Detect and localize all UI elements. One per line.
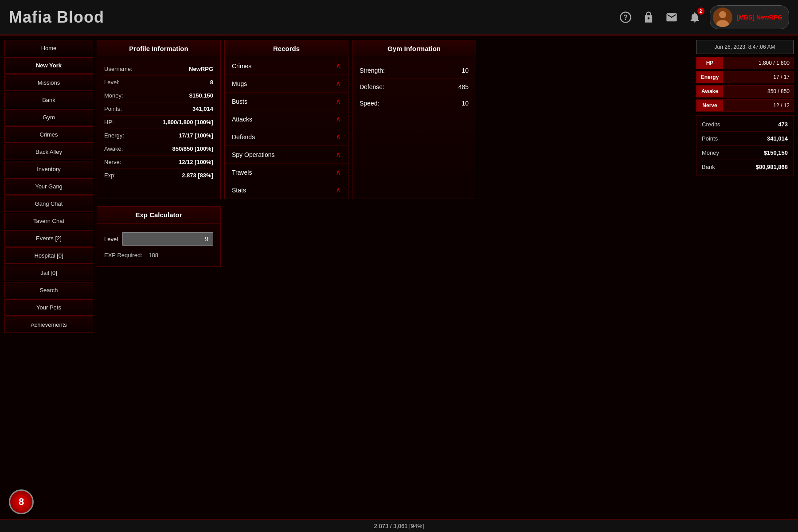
sidebar-item-tavernchat[interactable]: Tavern Chat [4, 213, 93, 229]
record-travels[interactable]: Travels ∧ [225, 164, 348, 181]
chevron-icon: ∧ [336, 62, 341, 70]
exp-level-label: Level [104, 236, 118, 243]
header-icons: ? 2 [MBS] NewRPG [618, 5, 789, 29]
sidebar-item-home[interactable]: Home [4, 40, 93, 56]
notification-badge: 2 [697, 8, 704, 15]
profile-row-points: Points: 341,014 [104, 102, 213, 116]
profile-row-username: Username: NewRPG [104, 63, 213, 76]
sidebar-item-jail[interactable]: Jail [0] [4, 265, 93, 281]
gym-panel: Gym Information Strength: 10 Defense: 48… [352, 40, 476, 199]
awake-value: 850 / 850 [723, 86, 793, 97]
nerve-bar: Nerve 12 / 12 [696, 99, 794, 112]
bottom-bar: 2,873 / 3,061 [94%] [0, 519, 798, 532]
help-icon[interactable]: ? [618, 9, 634, 25]
app-title: Mafia Blood [9, 8, 618, 27]
sidebar-item-gangchat[interactable]: Gang Chat [4, 196, 93, 212]
awake-bar: Awake 850 / 850 [696, 85, 794, 98]
sidebar-item-inventory[interactable]: Inventory [4, 161, 93, 177]
records-panel: Records Crimes ∧ Mugs ∧ Busts ∧ [224, 40, 348, 199]
info-row-credits: Credits 473 [700, 117, 790, 132]
content-area: Profile Information Username: NewRPG Lev… [97, 40, 692, 514]
energy-value: 17 / 17 [723, 71, 793, 83]
hp-bar: HP 1,800 / 1,800 [696, 57, 794, 69]
profile-row-exp: Exp: 2,873 [83%] [104, 169, 213, 182]
record-stats[interactable]: Stats ∧ [225, 181, 348, 199]
chevron-icon: ∧ [336, 79, 341, 88]
sidebar-item-crimes[interactable]: Crimes [4, 126, 93, 143]
profile-row-level: Level: 8 [104, 76, 213, 89]
record-defends[interactable]: Defends ∧ [225, 128, 348, 146]
record-crimes[interactable]: Crimes ∧ [225, 57, 348, 75]
exp-row: Exp Calculator Level EXP Required: 188 [97, 203, 692, 267]
header: Mafia Blood ? 2 [0, 0, 798, 35]
gym-row-speed: Speed: 10 [360, 95, 469, 111]
datetime-box: Jun 26, 2023, 8:47:06 AM [696, 40, 794, 54]
record-mugs[interactable]: Mugs ∧ [225, 75, 348, 93]
hp-value: 1,800 / 1,800 [723, 57, 793, 69]
chevron-icon: ∧ [336, 168, 341, 176]
profile-row-energy: Energy: 17/17 [100%] [104, 129, 213, 142]
level-badge: 8 [9, 489, 34, 514]
record-attacks[interactable]: Attacks ∧ [225, 110, 348, 128]
energy-label: Energy [696, 71, 723, 83]
gym-body: Strength: 10 Defense: 485 Speed: 10 [352, 57, 476, 117]
info-row-bank: Bank $80,981,868 [700, 160, 790, 174]
profile-panel: Profile Information Username: NewRPG Lev… [97, 40, 221, 199]
sidebar-item-missions[interactable]: Missions [4, 74, 93, 91]
exp-level-input[interactable] [122, 232, 213, 246]
svg-text:?: ? [623, 13, 628, 21]
lock-icon[interactable] [641, 9, 657, 25]
stats-panel: Jun 26, 2023, 8:47:06 AM HP 1,800 / 1,80… [696, 40, 794, 514]
exp-calc-title: Exp Calculator [97, 207, 220, 223]
record-spy[interactable]: Spy Operations ∧ [225, 146, 348, 164]
exp-required-row: EXP Required: 188 [104, 249, 213, 261]
profile-body: Username: NewRPG Level: 8 Money: $150,15… [97, 57, 220, 187]
profile-title: Profile Information [97, 40, 220, 57]
chevron-icon: ∧ [336, 186, 341, 194]
info-box: Credits 473 Points 341,014 Money $150,15… [696, 115, 794, 176]
main-container: Home New York Missions Bank Gym Crimes B… [0, 35, 798, 519]
profile-row-awake: Awake: 850/850 [100%] [104, 142, 213, 156]
sidebar-item-newyork[interactable]: New York [4, 57, 93, 74]
exp-level-row: Level [104, 229, 213, 249]
exp-progress-text: 2,873 / 3,061 [94%] [374, 523, 424, 529]
sidebar-item-bank[interactable]: Bank [4, 92, 93, 108]
notification-icon[interactable]: 2 [687, 9, 703, 25]
mail-icon[interactable] [664, 9, 680, 25]
exp-calculator-panel: Exp Calculator Level EXP Required: 188 [97, 206, 221, 267]
gym-row-defense: Defense: 485 [360, 79, 469, 95]
avatar [713, 8, 732, 27]
sidebar-item-gym[interactable]: Gym [4, 109, 93, 125]
sidebar-item-hospital[interactable]: Hospital [0] [4, 247, 93, 264]
top-row: Profile Information Username: NewRPG Lev… [97, 40, 692, 199]
profile-row-hp: HP: 1,800/1,800 [100%] [104, 116, 213, 129]
records-list: Crimes ∧ Mugs ∧ Busts ∧ Attacks ∧ [225, 57, 348, 199]
chevron-icon: ∧ [336, 150, 341, 159]
sidebar-item-backalley[interactable]: Back Alley [4, 144, 93, 160]
chevron-icon: ∧ [336, 133, 341, 141]
nerve-value: 12 / 12 [723, 100, 793, 111]
gym-title: Gym Information [352, 40, 476, 57]
profile-row-money: Money: $150,150 [104, 89, 213, 102]
sidebar-item-achievements[interactable]: Achievements [4, 317, 93, 333]
nerve-label: Nerve [696, 100, 723, 111]
sidebar-item-yourpets[interactable]: Your Pets [4, 299, 93, 316]
user-info[interactable]: [MBS] NewRPG [710, 5, 789, 29]
sidebar-item-events[interactable]: Events [2] [4, 230, 93, 246]
profile-row-nerve: Nerve: 12/12 [100%] [104, 156, 213, 169]
chevron-icon: ∧ [336, 97, 341, 106]
hp-label: HP [696, 57, 723, 69]
info-row-points: Points 341,014 [700, 132, 790, 146]
sidebar: Home New York Missions Bank Gym Crimes B… [4, 40, 93, 514]
user-label: [MBS] NewRPG [737, 14, 782, 21]
awake-label: Awake [696, 86, 723, 97]
energy-bar: Energy 17 / 17 [696, 71, 794, 83]
records-title: Records [225, 40, 348, 57]
sidebar-item-search[interactable]: Search [4, 282, 93, 298]
svg-point-3 [719, 11, 726, 18]
info-row-money: Money $150,150 [700, 146, 790, 160]
exp-calc-body: Level EXP Required: 188 [97, 223, 220, 266]
record-busts[interactable]: Busts ∧ [225, 93, 348, 110]
sidebar-item-yourgang[interactable]: Your Gang [4, 178, 93, 195]
chevron-icon: ∧ [336, 115, 341, 123]
